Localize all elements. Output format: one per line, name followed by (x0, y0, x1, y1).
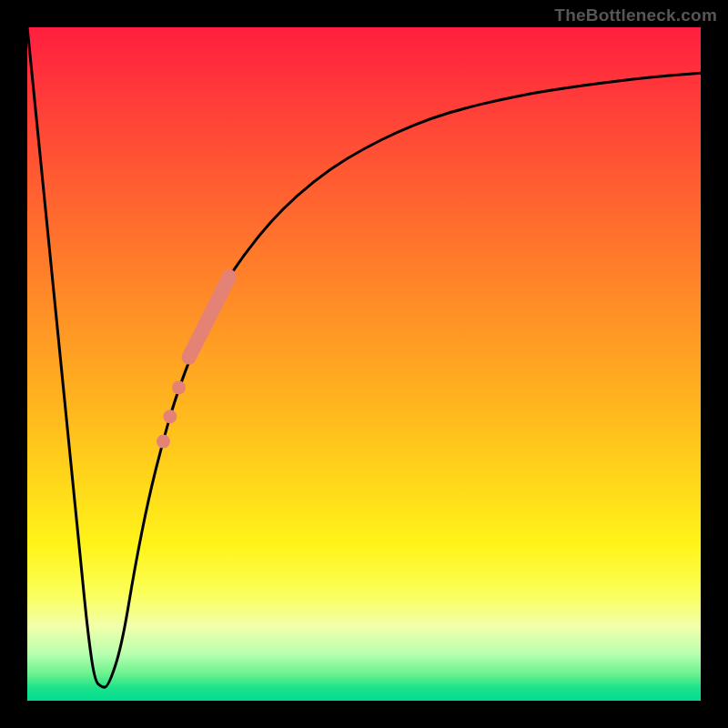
highlight-dot (172, 380, 186, 394)
bottleneck-curve (27, 27, 701, 687)
plot-area (27, 27, 701, 701)
highlight-thick-segment (189, 277, 229, 358)
curve-layer (27, 27, 701, 701)
watermark-text: TheBottleneck.com (554, 5, 717, 25)
chart-frame: TheBottleneck.com (0, 0, 728, 728)
highlight-dot (163, 410, 177, 423)
highlight-dot (157, 435, 170, 449)
highlight-dots (157, 380, 186, 448)
